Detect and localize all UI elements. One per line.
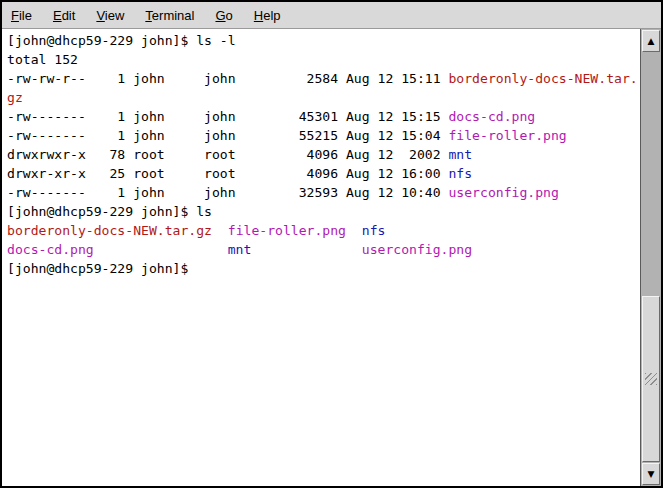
scroll-up-button[interactable]: ▲ xyxy=(642,30,660,52)
prompt-line: [john@dhcp59-229 john]$ ls -l xyxy=(7,31,640,50)
output-line: -rw------- 1 john john 55215 Aug 12 15:0… xyxy=(7,126,640,145)
terminal-screen[interactable]: [john@dhcp59-229 john]$ ls -ltotal 152-r… xyxy=(2,29,640,486)
prompt-line: [john@dhcp59-229 john]$ xyxy=(7,259,640,278)
scrollbar-grip-icon xyxy=(645,373,657,385)
terminal-text: -rw------- 1 john john 55215 Aug 12 15:0… xyxy=(7,128,448,143)
output-line: gz xyxy=(7,88,640,107)
menubar: FileEditViewTerminalGoHelp xyxy=(2,2,661,29)
filename-red: gz xyxy=(7,90,23,105)
terminal-window: FileEditViewTerminalGoHelp [john@dhcp59-… xyxy=(0,0,663,488)
filename-magenta: docs-cd.png xyxy=(7,242,94,257)
terminal-text: -rw-rw-r-- 1 john john 2584 Aug 12 15:11 xyxy=(7,71,448,86)
terminal-text: drwxr-xr-x 25 root root 4096 Aug 12 16:0… xyxy=(7,166,448,181)
scroll-down-button[interactable]: ▼ xyxy=(642,463,660,485)
filename-magenta: userconfig.png xyxy=(362,242,472,257)
menu-view[interactable]: View xyxy=(96,8,124,23)
terminal-text xyxy=(94,242,228,257)
scrollbar-thumb[interactable] xyxy=(642,296,660,462)
output-line: borderonly-docs-NEW.tar.gz file-roller.p… xyxy=(7,221,640,240)
prompt-line: [john@dhcp59-229 john]$ ls xyxy=(7,202,640,221)
output-line: total 152 xyxy=(7,50,640,69)
menu-edit[interactable]: Edit xyxy=(53,8,75,23)
terminal-text: total 152 xyxy=(7,52,78,67)
terminal-text: [john@dhcp59-229 john]$ ls xyxy=(7,204,212,219)
scroll-down-icon: ▼ xyxy=(648,470,655,479)
scroll-up-icon: ▲ xyxy=(648,37,655,46)
filename-magenta: userconfig.png xyxy=(448,185,558,200)
output-line: -rw-rw-r-- 1 john john 2584 Aug 12 15:11… xyxy=(7,69,640,88)
menu-help[interactable]: Help xyxy=(254,8,281,23)
terminal-text xyxy=(251,242,361,257)
terminal-text xyxy=(346,223,362,238)
output-line: -rw------- 1 john john 45301 Aug 12 15:1… xyxy=(7,107,640,126)
output-line: drwxr-xr-x 25 root root 4096 Aug 12 16:0… xyxy=(7,164,640,183)
output-line: drwxrwxr-x 78 root root 4096 Aug 12 2002… xyxy=(7,145,640,164)
terminal-text: [john@dhcp59-229 john]$ xyxy=(7,261,188,276)
menu-go[interactable]: Go xyxy=(215,8,232,23)
terminal-text xyxy=(212,223,228,238)
menu-file[interactable]: File xyxy=(11,8,32,23)
scrollbar[interactable]: ▲ ▼ xyxy=(640,29,661,486)
filename-blue: nfs xyxy=(448,166,472,181)
filename-red: borderonly-docs-NEW.tar. xyxy=(448,71,637,86)
filename-magenta: file-roller.png xyxy=(228,223,346,238)
filename-blue: mnt xyxy=(448,147,472,162)
terminal-output: [john@dhcp59-229 john]$ ls -ltotal 152-r… xyxy=(7,31,640,278)
filename-red: borderonly-docs-NEW.tar.gz xyxy=(7,223,212,238)
filename-magenta: docs-cd.png xyxy=(448,109,535,124)
menu-terminal[interactable]: Terminal xyxy=(145,8,194,23)
output-line: docs-cd.png mnt userconfig.png xyxy=(7,240,640,259)
terminal-text: drwxrwxr-x 78 root root 4096 Aug 12 2002 xyxy=(7,147,448,162)
terminal-text: [john@dhcp59-229 john]$ ls -l xyxy=(7,33,236,48)
terminal-text: -rw------- 1 john john 45301 Aug 12 15:1… xyxy=(7,109,448,124)
terminal-main-area: [john@dhcp59-229 john]$ ls -ltotal 152-r… xyxy=(2,29,661,486)
filename-blue: nfs xyxy=(362,223,386,238)
filename-magenta: file-roller.png xyxy=(448,128,566,143)
terminal-text: -rw------- 1 john john 32593 Aug 12 10:4… xyxy=(7,185,448,200)
output-line: -rw------- 1 john john 32593 Aug 12 10:4… xyxy=(7,183,640,202)
filename-blue: mnt xyxy=(228,242,252,257)
